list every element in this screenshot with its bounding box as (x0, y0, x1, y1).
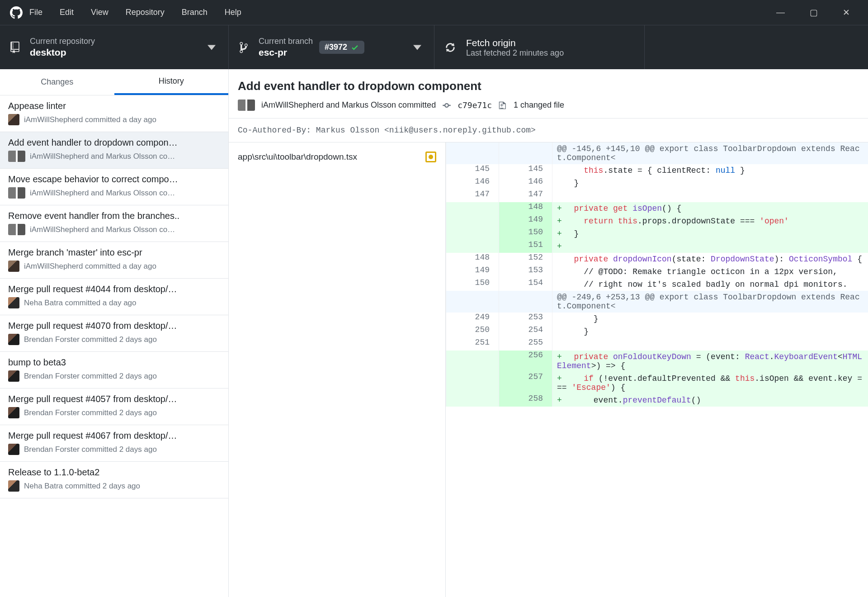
old-line-number: 145 (446, 164, 499, 177)
fetch-label: Fetch origin (466, 38, 564, 48)
pr-status-badge: #3972 (319, 41, 364, 54)
commit-title: Add event handler to dropdown component (238, 79, 859, 93)
modified-status-icon (425, 152, 436, 162)
avatar-icon (8, 261, 19, 272)
menu-view[interactable]: View (91, 8, 108, 17)
file-path: app\src\ui\toolbar\dropdown.tsx (238, 152, 357, 162)
diff-code: + if (!event.defaultPrevented && this.is… (552, 372, 868, 394)
menu-edit[interactable]: Edit (60, 8, 74, 17)
diff-code: } (552, 177, 868, 190)
commit-header: Add event handler to dropdown component … (229, 69, 868, 118)
old-line-number: 150 (446, 278, 499, 291)
old-line-number: 149 (446, 265, 499, 278)
commit-item-meta: iAmWillShepherd and Markus Olsson co… (30, 189, 175, 198)
new-line-number (499, 291, 552, 313)
avatar-icon (8, 370, 19, 382)
file-diff-icon (498, 100, 507, 110)
commit-list-item[interactable]: Move escape behavior to correct compo… i… (0, 169, 228, 205)
author-avatar-icon (238, 100, 255, 111)
menu-branch[interactable]: Branch (182, 8, 208, 17)
diff-view[interactable]: @@ -145,6 +145,10 @@ export class Toolba… (446, 142, 868, 597)
commit-item-meta: Brendan Forster committed 2 days ago (24, 408, 157, 417)
maximize-icon[interactable]: ▢ (810, 7, 818, 18)
diff-line: @@ -145,6 +145,10 @@ export class Toolba… (446, 142, 868, 164)
pr-number: #3972 (325, 43, 347, 52)
diff-line: 146 146 } (446, 177, 868, 190)
diff-code (552, 190, 868, 202)
commit-list-item[interactable]: Merge pull request #4067 from desktop/… … (0, 425, 228, 462)
commit-item-meta: Neha Batra committed 2 days ago (24, 482, 140, 491)
changed-files-count[interactable]: 1 changed file (514, 100, 564, 110)
avatar-icon (8, 480, 19, 492)
new-line-number: 258 (499, 394, 552, 407)
old-line-number (446, 291, 499, 313)
git-branch-icon (239, 41, 249, 54)
diff-line: 149 153 // @TODO: Remake triangle octico… (446, 265, 868, 278)
commit-sha[interactable]: c79e71c (458, 100, 492, 110)
old-line-number (446, 227, 499, 240)
new-line-number: 147 (499, 190, 552, 202)
diff-code: @@ -249,6 +253,13 @@ export class Toolba… (552, 291, 868, 313)
repo-label: Current repository (30, 37, 95, 46)
new-line-number: 152 (499, 253, 552, 265)
menu-file[interactable]: File (29, 8, 42, 17)
diff-code: @@ -145,6 +145,10 @@ export class Toolba… (552, 142, 868, 164)
commit-item-meta: iAmWillShepherd committed a day ago (24, 262, 156, 271)
commit-item-title: Merge pull request #4044 from desktop/… (8, 284, 220, 294)
old-line-number (446, 394, 499, 407)
avatar-icon (8, 297, 19, 308)
github-logo-icon (10, 6, 23, 19)
old-line-number (446, 202, 499, 215)
diff-code: } (552, 313, 868, 325)
old-line-number: 250 (446, 325, 499, 338)
diff-line: 250 254 } (446, 325, 868, 338)
commit-item-title: Move escape behavior to correct compo… (8, 174, 220, 185)
toolbar: Current repository desktop Current branc… (0, 25, 868, 69)
avatar-icon (8, 407, 19, 418)
commit-item-title: Release to 1.1.0-beta2 (8, 467, 220, 478)
commit-item-meta: Brendan Forster committed 2 days ago (24, 372, 157, 381)
changed-file-item[interactable]: app\src\ui\toolbar\dropdown.tsx (229, 142, 445, 171)
changed-file-list: app\src\ui\toolbar\dropdown.tsx (229, 142, 446, 597)
old-line-number (446, 372, 499, 394)
diff-line: 148 + private get isOpen() { (446, 202, 868, 215)
commit-list-item[interactable]: Release to 1.1.0-beta2 Neha Batra commit… (0, 462, 228, 498)
menu-help[interactable]: Help (225, 8, 241, 17)
new-line-number: 255 (499, 338, 552, 351)
new-line-number (499, 142, 552, 164)
commit-list-item[interactable]: Appease linter iAmWillShepherd committed… (0, 95, 228, 132)
commit-list-item[interactable]: bump to beta3 Brendan Forster committed … (0, 352, 228, 389)
commit-item-title: Appease linter (8, 101, 220, 111)
diff-code: } (552, 325, 868, 338)
commit-sha-icon (442, 101, 451, 110)
tab-history[interactable]: History (114, 69, 229, 95)
commit-list-item[interactable]: Merge pull request #4044 from desktop/… … (0, 279, 228, 315)
app-menu: File Edit View Repository Branch Help (29, 8, 241, 17)
new-line-number: 154 (499, 278, 552, 291)
old-line-number (446, 142, 499, 164)
fetch-origin-button[interactable]: Fetch origin Last fetched 2 minutes ago (434, 25, 645, 69)
chevron-down-icon (208, 45, 216, 50)
titlebar: File Edit View Repository Branch Help — … (0, 0, 868, 25)
old-line-number: 249 (446, 313, 499, 325)
tab-changes[interactable]: Changes (0, 69, 114, 95)
window-controls: — ▢ ✕ (776, 7, 863, 18)
minimize-icon[interactable]: — (776, 7, 785, 18)
commit-list-item[interactable]: Merge pull request #4070 from desktop/… … (0, 315, 228, 352)
new-line-number: 148 (499, 202, 552, 215)
diff-code: private dropdownIcon(state: DropdownStat… (552, 253, 868, 265)
repo-icon (10, 42, 20, 53)
current-branch-dropdown[interactable]: Current branch esc-pr #3972 (229, 25, 434, 69)
commit-list-item[interactable]: Add event handler to dropdown compon… iA… (0, 132, 228, 169)
new-line-number: 257 (499, 372, 552, 394)
current-repository-dropdown[interactable]: Current repository desktop (0, 25, 229, 69)
commit-list-item[interactable]: Merge branch 'master' into esc-pr iAmWil… (0, 242, 228, 279)
commit-list-item[interactable]: Remove event handler from the branches..… (0, 205, 228, 242)
new-line-number: 256 (499, 351, 552, 372)
close-icon[interactable]: ✕ (843, 7, 850, 18)
diff-code: this.state = { clientRect: null } (552, 164, 868, 177)
menu-repository[interactable]: Repository (126, 8, 165, 17)
diff-code (552, 338, 868, 351)
diff-code: + private onFoldoutKeyDown = (event: Rea… (552, 351, 868, 372)
commit-list-item[interactable]: Merge pull request #4057 from desktop/… … (0, 389, 228, 425)
